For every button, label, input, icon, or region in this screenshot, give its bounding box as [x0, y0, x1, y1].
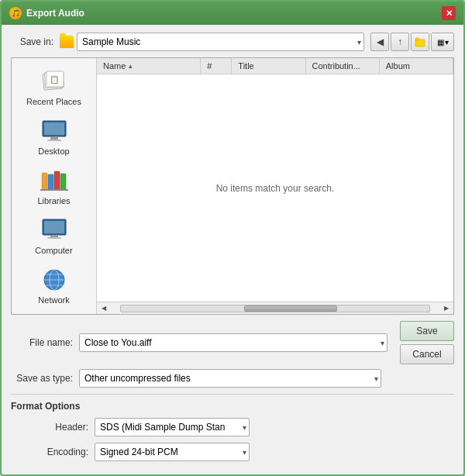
scroll-left-button[interactable]: ◀	[98, 303, 109, 314]
sidebar-item-desktop[interactable]: Desktop	[15, 114, 93, 159]
libraries-icon	[40, 167, 68, 195]
desktop-icon	[40, 117, 68, 145]
sidebar-item-computer[interactable]: Computer	[15, 213, 93, 258]
views-arrow-icon: ▾	[445, 38, 449, 47]
header-format-row: Header: SDS (Midi Sample Dump Stan WAV A…	[11, 418, 454, 436]
views-icon: ▦	[437, 38, 444, 47]
save-in-label: Save in:	[11, 36, 53, 47]
file-list-content: No items match your search.	[97, 74, 453, 302]
folder-icon	[60, 36, 74, 48]
dialog-content: Save in: Sample Music ▾ ◀ ↑	[2, 25, 463, 475]
col-header-contributing[interactable]: Contributin...	[306, 58, 380, 74]
save-as-type-row: Save as type: Other uncompressed files M…	[11, 369, 454, 388]
encoding-select[interactable]: Signed 24-bit PCM Signed 16-bit PCM Unsi…	[95, 443, 250, 461]
new-folder-button[interactable]	[411, 33, 429, 51]
svg-rect-18	[47, 237, 61, 239]
col-header-number[interactable]: #	[201, 58, 232, 74]
sidebar-item-network-label: Network	[38, 295, 69, 305]
svg-rect-10	[42, 173, 47, 190]
save-in-select[interactable]: Sample Music	[77, 33, 364, 51]
close-button[interactable]: ✕	[442, 6, 456, 20]
svg-rect-7	[44, 122, 64, 135]
header-format-label: Header:	[34, 422, 88, 433]
sidebar-item-computer-label: Computer	[35, 246, 72, 255]
sidebar-item-libraries-label: Libraries	[37, 196, 70, 205]
col-name-label: Name	[103, 61, 126, 71]
header-select[interactable]: SDS (Midi Sample Dump Stan WAV AIFF AU	[95, 418, 250, 436]
title-bar: 🎵 Export Audio ✕	[2, 2, 463, 25]
main-area: 📋 Recent Places Des	[11, 57, 454, 315]
dialog-title: Export Audio	[26, 8, 84, 19]
format-options-section: Format Options Header: SDS (Midi Sample …	[11, 394, 454, 467]
sidebar-item-desktop-label: Desktop	[38, 147, 69, 156]
sidebar-item-recent-places-label: Recent Places	[26, 97, 81, 106]
views-button[interactable]: ▦ ▾	[431, 33, 454, 51]
scrollbar-thumb[interactable]	[244, 305, 336, 312]
col-album-label: Album	[386, 61, 410, 71]
encoding-select-wrapper: Signed 24-bit PCM Signed 16-bit PCM Unsi…	[95, 443, 250, 461]
svg-rect-8	[50, 136, 58, 140]
file-name-row: File name: Close to You.aiff ▾ Save Canc…	[11, 321, 454, 364]
col-header-album[interactable]: Album	[380, 58, 453, 74]
empty-message: No items match your search.	[216, 183, 335, 194]
folder-select-wrapper: Sample Music ▾	[60, 33, 364, 51]
file-name-wrapper: Close to You.aiff ▾	[79, 333, 388, 352]
sidebar-item-network[interactable]: Network	[15, 263, 93, 308]
col-number-label: #	[207, 61, 212, 71]
app-icon: 🎵	[9, 7, 22, 19]
save-as-type-select[interactable]: Other uncompressed files MP3 Audio WAV A…	[79, 369, 381, 388]
svg-rect-17	[50, 235, 58, 237]
action-buttons: Save Cancel	[400, 321, 454, 364]
recent-places-icon: 📋	[40, 67, 68, 95]
svg-rect-16	[44, 221, 64, 233]
save-as-type-wrapper: Other uncompressed files MP3 Audio WAV A…	[79, 369, 381, 388]
new-folder-icon	[415, 36, 425, 47]
network-icon	[40, 266, 68, 294]
export-audio-dialog: 🎵 Export Audio ✕ Save in: Sample Music ▾…	[0, 0, 465, 476]
col-header-name[interactable]: Name ▲	[97, 58, 201, 74]
horizontal-scrollbar-area: ◀ ▶	[97, 302, 453, 314]
folder-dropdown-wrapper: Sample Music ▾	[77, 33, 364, 51]
back-button[interactable]: ◀	[370, 33, 389, 51]
bottom-fields: File name: Close to You.aiff ▾ Save Canc…	[11, 321, 454, 388]
encoding-format-row: Encoding: Signed 24-bit PCM Signed 16-bi…	[11, 443, 454, 461]
horizontal-scrollbar[interactable]	[120, 305, 430, 312]
encoding-format-label: Encoding:	[34, 447, 88, 457]
computer-icon	[40, 216, 68, 244]
sidebar: 📋 Recent Places Des	[12, 58, 97, 314]
file-name-label: File name:	[11, 337, 73, 348]
nav-buttons: ◀ ↑ ▦ ▾	[370, 33, 454, 51]
save-button[interactable]: Save	[400, 321, 454, 341]
sidebar-item-recent-places[interactable]: 📋 Recent Places	[15, 64, 93, 109]
header-select-wrapper: SDS (Midi Sample Dump Stan WAV AIFF AU ▾	[95, 418, 250, 436]
col-contrib-label: Contributin...	[312, 61, 360, 71]
file-name-select[interactable]: Close to You.aiff	[79, 333, 388, 352]
cancel-button[interactable]: Cancel	[400, 344, 454, 364]
svg-rect-13	[60, 174, 66, 190]
col-header-title[interactable]: Title	[232, 58, 305, 74]
file-list-area: Name ▲ # Title Contributin... Album	[97, 58, 453, 314]
save-as-type-label: Save as type:	[11, 373, 73, 384]
svg-rect-0	[415, 40, 425, 47]
scroll-right-button[interactable]: ▶	[441, 303, 452, 314]
svg-rect-11	[48, 174, 53, 190]
format-options-title: Format Options	[11, 401, 454, 412]
col-title-label: Title	[238, 61, 253, 71]
sidebar-item-libraries[interactable]: Libraries	[15, 164, 93, 209]
svg-text:📋: 📋	[50, 74, 60, 85]
svg-rect-14	[40, 189, 68, 191]
svg-rect-1	[415, 38, 419, 40]
svg-rect-12	[54, 171, 60, 190]
sort-arrow-name: ▲	[127, 63, 133, 70]
svg-rect-9	[47, 140, 61, 141]
file-list-header: Name ▲ # Title Contributin... Album	[97, 58, 453, 74]
title-bar-left: 🎵 Export Audio	[9, 7, 84, 19]
save-in-row: Save in: Sample Music ▾ ◀ ↑	[11, 33, 454, 51]
up-button[interactable]: ↑	[391, 33, 409, 51]
